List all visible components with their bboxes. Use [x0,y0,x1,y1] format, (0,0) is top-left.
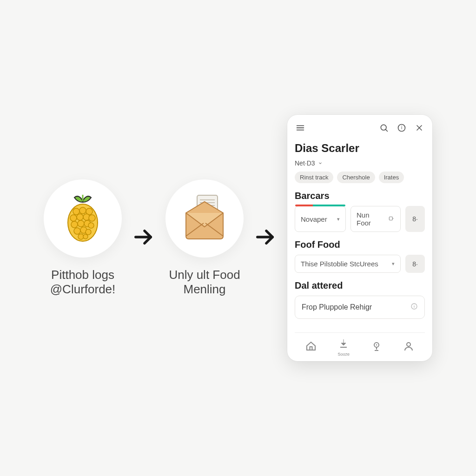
bottom-nav: Sooze [295,332,425,361]
tag-icon [388,215,395,223]
nav-download-label: Sooze [337,352,350,357]
menu-icon[interactable] [295,122,306,133]
nun-foor-select-label: Nun Foor [357,211,384,227]
screen-title: Dias Scarler [295,142,425,155]
download-icon [338,338,349,351]
help-icon[interactable]: i [396,122,407,133]
step-1-caption-line2: @Clurforde! [50,282,116,297]
nav-home[interactable] [305,341,317,354]
home-icon [305,341,317,354]
chip-chershole[interactable]: Chershole [337,172,375,183]
chevron-down-icon: ▾ [337,216,340,222]
svg-point-2 [79,207,86,214]
section-barcars-title: Barcars [295,191,425,201]
dal-list-item[interactable]: Frop Pluppole Rehigr [295,296,425,319]
nun-foor-select[interactable]: Nun Foor [350,206,401,232]
food-square-button[interactable]: 8· [405,255,425,273]
svg-point-41 [376,344,377,345]
chip-rinst-track[interactable]: Rinst track [295,172,333,183]
svg-point-16 [83,234,88,239]
person-icon [403,341,414,354]
search-icon[interactable] [378,122,390,133]
arrow-2-icon [255,226,276,250]
step-2: Unly ult Food Menling [165,179,244,297]
envelope-document-icon [177,190,232,247]
svg-point-11 [88,223,94,228]
step-2-caption-line1: Unly ult Food [169,268,240,282]
step-2-caption: Unly ult Food Menling [169,268,240,297]
chip-irates[interactable]: Irates [379,172,404,183]
dal-list-item-label: Frop Pluppole Rehigr [302,303,372,311]
svg-rect-38 [310,347,312,350]
svg-point-42 [407,343,410,346]
svg-point-9 [78,220,84,227]
chevron-down-icon: ▾ [392,261,395,267]
novaper-select-label: Novaper [301,215,327,223]
novaper-select[interactable]: Novaper ▾ [295,206,346,232]
food-select-label: Thise Pilstoblie StcUrees [301,260,378,268]
step-1-caption: Pitthob logs @Clurforde! [50,268,116,297]
food-square-label: 8 [412,260,416,268]
close-icon[interactable] [414,122,425,133]
nav-trophy[interactable] [371,341,382,354]
svg-point-14 [86,229,91,235]
svg-point-12 [74,228,80,234]
nav-download[interactable]: Sooze [337,338,350,357]
net-dropdown[interactable]: Net·D3 [295,159,425,167]
nav-profile[interactable] [403,341,414,354]
svg-point-7 [89,215,95,221]
net-dropdown-label: Net·D3 [295,159,315,167]
svg-point-5 [77,214,83,220]
step-2-icon-circle [165,179,244,258]
step-1: Pitthob logs @Clurforde! [44,179,122,297]
svg-text:i: i [401,125,402,130]
app-top-bar: i [295,122,425,133]
chevron-down-icon [318,159,323,167]
section-dal-title: Dal attered [295,280,425,291]
raspberry-icon [60,192,105,245]
barcars-square-label: 8 [412,215,416,223]
svg-point-4 [70,215,77,221]
food-select[interactable]: Thise Pilstoblie StcUrees ▾ [295,255,401,273]
step-1-caption-line1: Pitthob logs [51,268,114,282]
info-icon [410,303,418,312]
svg-line-28 [385,129,387,131]
svg-point-37 [414,304,414,305]
barcars-square-button[interactable]: 8· [405,206,425,232]
svg-rect-33 [389,217,392,220]
trophy-icon [371,341,382,354]
chip-row: Rinst track Chershole Irates [295,172,425,183]
step-2-caption-line2: Menling [169,282,240,297]
step-1-icon-circle [44,179,122,258]
arrow-1-icon [133,226,154,250]
svg-point-8 [71,221,78,228]
section-food-title: Foof Food [295,239,425,250]
svg-point-15 [78,234,84,239]
app-screen: i Dias Scarler Net·D3 Rinst track Chersh… [287,115,432,361]
